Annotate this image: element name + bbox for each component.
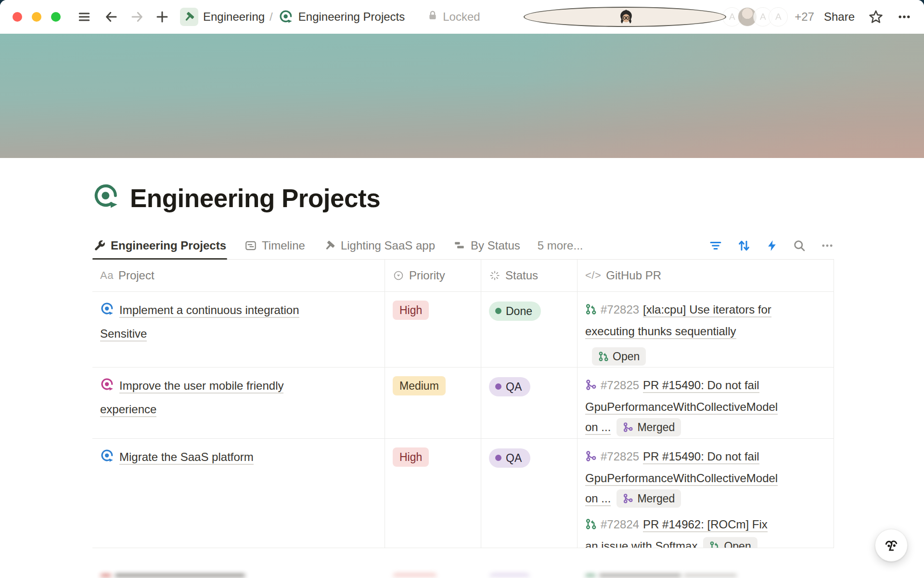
new-page-icon[interactable]: [155, 10, 169, 24]
avatar: [524, 7, 726, 27]
project-cell[interactable]: Migrate the SaaS platform: [92, 439, 385, 548]
breadcrumb-separator: /: [270, 10, 273, 24]
status-pill: Done: [489, 302, 541, 321]
scroll-gap: [92, 548, 834, 565]
breadcrumb-current[interactable]: Engineering Projects: [298, 10, 405, 24]
breadcrumb-root[interactable]: Engineering: [203, 10, 265, 24]
hammer-icon: [323, 239, 336, 252]
pull-request-merged-icon: [585, 377, 597, 397]
page-title: Engineering Projects: [130, 184, 380, 213]
pr-number: #72824: [601, 518, 639, 531]
pr-status-badge: Merged: [616, 418, 681, 436]
page-icon[interactable]: [92, 183, 120, 213]
status-cell[interactable]: QA: [481, 439, 578, 548]
column-header-github-pr[interactable]: </> GitHub PR: [578, 260, 834, 291]
project-link[interactable]: Improve the user mobile friendly experie…: [100, 379, 283, 417]
priority-pill: High: [393, 447, 429, 467]
avatar-stack[interactable]: A A A: [524, 7, 788, 27]
sort-icon[interactable]: [737, 238, 751, 253]
hammer-icon: [180, 8, 198, 26]
filter-icon[interactable]: [709, 239, 722, 252]
priority-pill: Medium: [393, 376, 446, 395]
view-tabs: Engineering Projects Timeline Lighting S…: [92, 232, 834, 260]
pr-number: #72823: [601, 303, 639, 316]
project-link[interactable]: Migrate the SaaS platform: [119, 450, 254, 465]
menu-icon[interactable]: [77, 10, 91, 24]
column-header-priority[interactable]: Priority: [385, 260, 481, 291]
timeline-icon: [244, 239, 257, 252]
back-icon[interactable]: [104, 10, 118, 24]
pull-request-open-icon: [585, 301, 597, 321]
status-pill: QA: [489, 377, 530, 396]
pr-entry: #72823[xla:cpu] Use iterators for execut…: [585, 300, 828, 366]
star-icon[interactable]: [868, 9, 884, 25]
column-header-status[interactable]: Status: [481, 260, 578, 291]
lock-icon: [427, 10, 438, 24]
project-cell[interactable]: Improve the user mobile friendly experie…: [92, 368, 385, 438]
ai-assistant-button[interactable]: [875, 529, 908, 562]
avatar: A: [769, 7, 788, 26]
breadcrumb: Engineering / Engineering Projects: [180, 8, 405, 26]
github-pr-cell[interactable]: #72825PR #15490: Do not fail GpuPerforma…: [578, 439, 834, 548]
pr-entry: #72824PR #14962: [ROCm] Fix an issue wit…: [585, 514, 828, 548]
close-window-button[interactable]: [13, 12, 22, 22]
table-row: Implement a continuous integration Sensi…: [92, 292, 834, 368]
code-icon: </>: [585, 269, 601, 282]
status-dot: [495, 383, 501, 390]
table-row: Migrate the SaaS platform High QA #72825…: [92, 439, 834, 548]
table-row: Improve the user mobile friendly experie…: [92, 368, 834, 439]
pull-request-open-icon: [709, 541, 720, 548]
pr-entry: #72825PR #15490: Do not fail GpuPerforma…: [585, 375, 828, 437]
priority-cell[interactable]: High: [385, 439, 481, 548]
priority-pill: High: [393, 301, 429, 320]
toolbar: Engineering / Engineering Projects Locke…: [0, 0, 924, 34]
view-options-icon[interactable]: [821, 239, 834, 252]
tab-by-status[interactable]: By Status: [452, 232, 521, 259]
cycle-icon: [100, 449, 115, 470]
status-pill: QA: [489, 448, 530, 468]
minimize-window-button[interactable]: [32, 12, 41, 22]
pr-entry: #72825PR #15490: Do not fail GpuPerforma…: [585, 447, 828, 509]
more-options-icon[interactable]: [897, 10, 911, 24]
github-pr-cell[interactable]: #72823[xla:cpu] Use iterators for execut…: [578, 292, 834, 367]
zoom-window-button[interactable]: [51, 12, 61, 22]
status-dot: [495, 308, 501, 314]
tab-timeline[interactable]: Timeline: [244, 232, 306, 259]
lock-status[interactable]: Locked: [427, 10, 480, 24]
pull-request-merged-icon: [623, 493, 633, 504]
status-dot: [495, 455, 501, 461]
priority-cell[interactable]: High: [385, 292, 481, 367]
pull-request-merged-icon: [585, 448, 597, 468]
github-pr-cell[interactable]: #72825PR #15490: Do not fail GpuPerforma…: [578, 368, 834, 438]
status-cell[interactable]: QA: [481, 368, 578, 438]
clipped-next-row: [92, 565, 834, 577]
pr-status-badge: Merged: [616, 489, 681, 508]
share-button[interactable]: Share: [824, 10, 855, 24]
priority-cell[interactable]: Medium: [385, 368, 481, 438]
more-views-button[interactable]: 5 more...: [538, 239, 583, 252]
spinner-icon: [489, 270, 500, 281]
avatar-overflow-count[interactable]: +27: [795, 10, 814, 24]
tab-engineering-projects[interactable]: Engineering Projects: [92, 232, 227, 259]
project-link[interactable]: Implement a continuous integration Sensi…: [100, 303, 299, 342]
pr-number: #72825: [601, 450, 639, 463]
search-icon[interactable]: [793, 239, 806, 252]
cycle-icon: [100, 378, 115, 399]
pr-number: #72825: [601, 379, 639, 392]
pull-request-open-icon: [598, 351, 609, 362]
column-header-project[interactable]: Aa Project: [92, 260, 385, 291]
cover-image[interactable]: [0, 34, 924, 158]
project-cell[interactable]: Implement a continuous integration Sensi…: [92, 292, 385, 367]
pull-request-merged-icon: [623, 422, 633, 433]
app-window: Engineering / Engineering Projects Locke…: [0, 0, 924, 578]
page-body: Engineering Projects Engineering Project…: [0, 183, 924, 577]
wrench-icon: [93, 239, 106, 252]
pull-request-open-icon: [585, 516, 597, 536]
lightning-icon[interactable]: [766, 239, 778, 252]
cycle-icon: [100, 302, 115, 323]
pr-status-badge: Open: [703, 537, 757, 548]
locked-label: Locked: [443, 10, 480, 24]
status-cell[interactable]: Done: [481, 292, 578, 367]
tab-lighting-saas-app[interactable]: Lighting SaaS app: [322, 232, 436, 259]
forward-icon[interactable]: [130, 10, 144, 24]
